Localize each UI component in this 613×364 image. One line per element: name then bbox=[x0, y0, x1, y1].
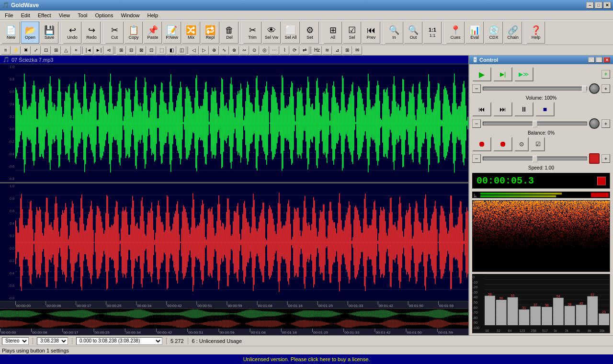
set-button[interactable]: ⚙ Set bbox=[301, 22, 319, 44]
tb2-btn-16[interactable]: ⬚ bbox=[157, 46, 166, 55]
tb2-btn-17[interactable]: ◧ bbox=[167, 46, 176, 55]
tb2-btn-8[interactable]: ⌖ bbox=[71, 46, 81, 55]
tb2-btn-27[interactable]: ⋯ bbox=[270, 46, 279, 55]
repl-button[interactable]: 🔁 Repl bbox=[201, 22, 219, 44]
pause-button[interactable]: ⏸ bbox=[514, 102, 534, 116]
sel-button[interactable]: ☑ Sel bbox=[343, 22, 361, 44]
tb2-btn-25[interactable]: ⊙ bbox=[250, 46, 259, 55]
tb2-btn-10[interactable]: ►| bbox=[94, 46, 103, 55]
prev-button[interactable]: ⏮ Prev bbox=[362, 22, 380, 44]
menu-effect[interactable]: Effect bbox=[34, 11, 55, 19]
control-close[interactable]: ✕ bbox=[603, 57, 610, 63]
tb2-btn-18[interactable]: ◫ bbox=[177, 46, 186, 55]
tb2-btn-29[interactable]: ⟳ bbox=[290, 46, 299, 55]
eval-button[interactable]: 📊 Eval bbox=[465, 22, 484, 44]
menu-options[interactable]: Options bbox=[91, 11, 117, 19]
selall-button[interactable]: ⬜ Sel All bbox=[282, 22, 300, 44]
copy-button[interactable]: 📋 Copy bbox=[125, 22, 143, 44]
bal-plus[interactable]: + bbox=[602, 119, 610, 128]
record-button[interactable]: ⏺ bbox=[472, 137, 491, 151]
tb2-btn-23[interactable]: ⊗ bbox=[229, 46, 239, 55]
stop-button[interactable]: ■ bbox=[535, 102, 555, 116]
menu-help[interactable]: Help bbox=[144, 11, 162, 19]
speed-indicator[interactable] bbox=[589, 153, 600, 164]
save-button[interactable]: 💾 Save bbox=[40, 22, 58, 44]
play-button[interactable]: ▶ bbox=[472, 67, 491, 81]
tb2-btn-20[interactable]: ▷ bbox=[199, 46, 209, 55]
speed-plus[interactable]: + bbox=[602, 154, 610, 163]
mix-button[interactable]: 🔀 Mix bbox=[182, 22, 200, 44]
cues-button[interactable]: 📍 Cues bbox=[446, 22, 465, 44]
chain-button[interactable]: 🔗 Chain bbox=[504, 22, 522, 44]
tb2-btn-5[interactable]: ⊡ bbox=[41, 46, 51, 55]
tb2-btn-11[interactable]: ⊲ bbox=[104, 46, 114, 55]
in-button[interactable]: 🔍 In bbox=[385, 22, 403, 44]
pnew-button[interactable]: 📝 P.New bbox=[163, 22, 181, 44]
tb2-btn-4[interactable]: ⤢ bbox=[31, 46, 41, 55]
tb2-btn-30[interactable]: ⇄ bbox=[300, 46, 309, 55]
del-button[interactable]: 🗑 Del bbox=[220, 22, 238, 44]
menu-window[interactable]: Window bbox=[117, 11, 143, 19]
cdx-button[interactable]: 💿 CDX bbox=[485, 22, 503, 44]
out-button[interactable]: 🔍 Out bbox=[404, 22, 422, 44]
control-minimize[interactable]: − bbox=[588, 57, 595, 63]
bal-minus[interactable]: − bbox=[472, 119, 481, 128]
balance-track[interactable] bbox=[483, 122, 587, 125]
tb2-btn-35[interactable]: ✉ bbox=[352, 46, 362, 55]
mini-waveform[interactable] bbox=[0, 308, 468, 329]
rewind-button[interactable]: ⏮ bbox=[472, 102, 491, 116]
tb2-btn-2[interactable]: ⚡ bbox=[11, 46, 21, 55]
license-bar[interactable]: Unlicensed version. Please click here to… bbox=[0, 354, 613, 364]
tb2-btn-19[interactable]: ◁ bbox=[189, 46, 199, 55]
tb2-btn-33[interactable]: ⊿ bbox=[332, 46, 342, 55]
tb2-btn-26[interactable]: ◎ bbox=[260, 46, 269, 55]
tb2-btn-12[interactable]: ⊞ bbox=[116, 46, 126, 55]
volume-track[interactable] bbox=[483, 87, 587, 91]
tb2-btn-34[interactable]: ⊞ bbox=[342, 46, 352, 55]
tb2-btn-3[interactable]: ✖ bbox=[21, 46, 31, 55]
maximize-button[interactable]: □ bbox=[595, 2, 602, 9]
redo-button[interactable]: ↪ Redo bbox=[82, 22, 101, 44]
tb2-btn-31[interactable]: Hz bbox=[312, 46, 322, 55]
tb2-btn-1[interactable]: ≡ bbox=[1, 46, 11, 55]
speed-track[interactable] bbox=[483, 157, 587, 160]
tb2-btn-32[interactable]: ≋ bbox=[322, 46, 332, 55]
close-button[interactable]: ✕ bbox=[603, 2, 611, 9]
vol-plus[interactable]: + bbox=[602, 70, 610, 79]
tb2-btn-28[interactable]: ⌇ bbox=[280, 46, 289, 55]
all-button[interactable]: ⊞ All bbox=[324, 22, 342, 44]
play-end-button[interactable]: ▶| bbox=[493, 67, 512, 81]
tb2-btn-14[interactable]: ⊠ bbox=[136, 46, 146, 55]
menu-file[interactable]: File bbox=[1, 11, 17, 19]
duration-select[interactable]: 3:08.238 bbox=[37, 337, 68, 345]
vol-minus[interactable]: − bbox=[472, 84, 481, 93]
tb2-btn-21[interactable]: ⊕ bbox=[209, 46, 219, 55]
forward-button[interactable]: ⏭ bbox=[493, 102, 512, 116]
play-sel-button[interactable]: ▶≫ bbox=[514, 67, 534, 81]
tb2-btn-24[interactable]: ∾ bbox=[239, 46, 249, 55]
speed-minus[interactable]: − bbox=[472, 154, 481, 163]
balance-knob[interactable] bbox=[589, 118, 600, 129]
tb2-btn-9[interactable]: |◄ bbox=[84, 46, 93, 55]
undo-button[interactable]: ↩ Undo bbox=[63, 22, 81, 44]
trim-button[interactable]: ✂ Trim bbox=[243, 22, 261, 44]
waveform-red-canvas[interactable] bbox=[15, 183, 468, 301]
selection-select[interactable]: 0.000 to 3:08.238 (3:08.238) bbox=[76, 337, 162, 345]
tb2-btn-6[interactable]: ⊞ bbox=[51, 46, 61, 55]
mode-select[interactable]: Stereo bbox=[2, 337, 29, 345]
control-maximize[interactable]: □ bbox=[596, 57, 602, 63]
volume-knob[interactable] bbox=[589, 83, 600, 94]
menu-view[interactable]: View bbox=[55, 11, 74, 19]
balance-thumb[interactable] bbox=[533, 121, 537, 127]
paste-button[interactable]: 📌 Paste bbox=[144, 22, 162, 44]
waveform-green-canvas[interactable] bbox=[15, 64, 468, 182]
volume-thumb[interactable] bbox=[582, 86, 587, 92]
speed-thumb[interactable] bbox=[533, 156, 537, 162]
extra-btn2[interactable]: ☑ bbox=[531, 137, 545, 151]
new-button[interactable]: 📄 New bbox=[2, 22, 20, 44]
tb2-btn-15[interactable]: ⊡ bbox=[147, 46, 156, 55]
extra-btn1[interactable]: ⊙ bbox=[514, 137, 529, 151]
minimize-button[interactable]: − bbox=[586, 2, 594, 9]
selvw-button[interactable]: 👁 Sel Vw bbox=[262, 22, 281, 44]
tb2-btn-7[interactable]: △ bbox=[61, 46, 71, 55]
